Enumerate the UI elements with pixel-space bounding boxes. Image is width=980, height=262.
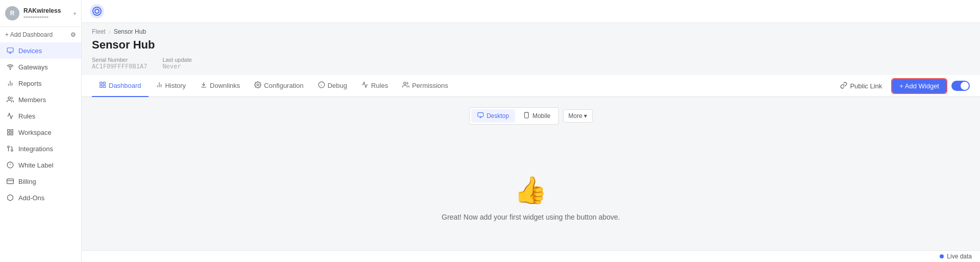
content-area: Fleet › Sensor Hub Sensor Hub Serial Num… — [82, 23, 980, 250]
toggle-knob — [961, 82, 969, 90]
sidebar-nav: Devices Gateways Reports Members Rules — [0, 42, 81, 262]
live-status-label: Live data — [947, 253, 972, 260]
tab-configuration[interactable]: Configuration — [247, 75, 310, 97]
tab-permissions-label: Permissions — [412, 82, 448, 89]
tab-debug-label: Debug — [328, 82, 347, 89]
tab-downlinks-label: Downlinks — [210, 82, 240, 89]
sidebar-item-devices-label: Devices — [18, 47, 42, 55]
sidebar-item-add-ons[interactable]: Add-Ons — [0, 189, 81, 206]
svg-rect-0 — [7, 48, 13, 52]
serial-number-label: Serial Number — [92, 57, 147, 63]
user-profile[interactable]: R RAKwireless •••••••••••••• ▾ — [0, 0, 81, 27]
public-link-button[interactable]: Public Link — [835, 79, 887, 93]
breadcrumb-separator: › — [109, 28, 111, 35]
tab-rules[interactable]: Rules — [354, 75, 395, 97]
thumbs-up-icon: 👍 — [514, 175, 547, 206]
serial-number-group: Serial Number AC1F09FFFF0B1A7 — [92, 57, 147, 70]
live-indicator-dot — [940, 254, 944, 258]
add-dashboard-button[interactable]: + Add Dashboard ⚙ — [0, 27, 81, 42]
sidebar-item-members[interactable]: Members — [0, 91, 81, 108]
svg-rect-32 — [478, 113, 483, 117]
svg-rect-23 — [100, 85, 102, 87]
gateways-icon — [6, 63, 14, 71]
avatar: R — [5, 6, 19, 20]
configuration-tab-icon — [254, 81, 261, 90]
desktop-view-button[interactable]: Desktop — [471, 109, 515, 123]
public-link-label: Public Link — [850, 82, 882, 90]
dashboard-tab-icon — [99, 81, 106, 90]
svg-point-13 — [8, 146, 10, 148]
tab-permissions[interactable]: Permissions — [395, 75, 455, 97]
add-widget-button[interactable]: + Add Widget — [892, 79, 946, 93]
user-name: RAKwireless — [23, 7, 69, 14]
sidebar-item-rules[interactable]: Rules — [0, 108, 81, 124]
sidebar-item-gateways-label: Gateways — [18, 63, 48, 71]
svg-rect-22 — [103, 82, 105, 84]
tab-history[interactable]: History — [149, 75, 193, 97]
svg-point-7 — [8, 97, 11, 100]
sidebar-item-billing[interactable]: Billing — [0, 173, 81, 189]
tabs-actions: Public Link + Add Widget — [835, 79, 970, 93]
link-icon — [840, 82, 847, 90]
last-update-value: Never — [162, 63, 192, 70]
svg-rect-21 — [100, 82, 102, 84]
reports-icon — [6, 79, 14, 87]
sidebar-item-gateways[interactable]: Gateways — [0, 59, 81, 75]
sidebar-item-reports[interactable]: Reports — [0, 75, 81, 91]
user-info: RAKwireless •••••••••••••• — [23, 7, 69, 20]
tab-history-label: History — [165, 82, 186, 89]
sidebar-item-devices[interactable]: Devices — [0, 42, 81, 59]
live-toggle[interactable] — [951, 81, 970, 91]
svg-point-31 — [404, 82, 406, 85]
dashboard-content: Desktop Mobile More ▾ 👍 Grea — [82, 97, 980, 250]
downlinks-tab-icon — [200, 81, 207, 90]
rules-icon — [6, 112, 14, 120]
app-logo — [90, 4, 104, 18]
sidebar-item-integrations[interactable]: Integrations — [0, 140, 81, 157]
tab-dashboard[interactable]: Dashboard — [92, 75, 149, 97]
sidebar-item-white-label[interactable]: White Label — [0, 157, 81, 173]
sidebar-item-reports-label: Reports — [18, 80, 42, 87]
tab-downlinks[interactable]: Downlinks — [193, 75, 247, 97]
svg-rect-18 — [7, 179, 14, 183]
rules-tab-icon — [361, 81, 369, 90]
status-bar: Live data — [82, 250, 980, 262]
tab-rules-label: Rules — [371, 82, 388, 89]
sidebar-item-workspace[interactable]: Workspace — [0, 124, 81, 140]
svg-rect-35 — [525, 112, 529, 118]
svg-rect-10 — [8, 133, 10, 135]
last-update-label: Last update — [162, 57, 192, 63]
white-label-icon — [6, 161, 14, 169]
sidebar-item-white-label-label: White Label — [18, 161, 54, 169]
user-subtitle: •••••••••••••• — [23, 14, 69, 20]
add-dashboard-label: + Add Dashboard — [5, 31, 53, 38]
members-icon — [6, 96, 14, 104]
svg-point-30 — [257, 84, 259, 86]
last-update-group: Last update Never — [162, 57, 192, 70]
sidebar-item-billing-label: Billing — [18, 178, 36, 185]
permissions-tab-icon — [402, 81, 409, 90]
settings-icon[interactable]: ⚙ — [70, 31, 76, 38]
breadcrumb-parent[interactable]: Fleet — [92, 28, 106, 35]
svg-point-12 — [11, 150, 13, 152]
tab-configuration-label: Configuration — [264, 82, 303, 89]
empty-state-message: Great! Now add your first widget using t… — [442, 213, 620, 221]
add-ons-icon — [6, 194, 14, 202]
more-button[interactable]: More ▾ — [563, 109, 593, 123]
mobile-view-label: Mobile — [532, 112, 550, 120]
svg-point-3 — [10, 69, 10, 69]
chevron-down-icon: ▾ — [584, 112, 587, 120]
mobile-view-button[interactable]: Mobile — [517, 109, 556, 123]
svg-rect-9 — [11, 130, 13, 132]
empty-state: 👍 Great! Now add your first widget using… — [442, 155, 620, 240]
svg-point-20 — [90, 4, 104, 18]
workspace-icon — [6, 128, 14, 136]
tab-debug[interactable]: Debug — [311, 75, 354, 97]
tab-dashboard-label: Dashboard — [109, 82, 141, 89]
mobile-icon — [523, 112, 530, 120]
history-tab-icon — [156, 81, 163, 90]
main-area: Fleet › Sensor Hub Sensor Hub Serial Num… — [82, 0, 980, 262]
svg-rect-11 — [11, 133, 13, 135]
chevron-down-icon: ▾ — [74, 11, 76, 16]
breadcrumb: Fleet › Sensor Hub — [82, 23, 980, 35]
